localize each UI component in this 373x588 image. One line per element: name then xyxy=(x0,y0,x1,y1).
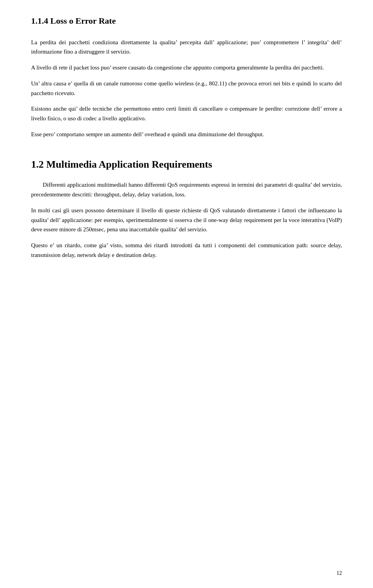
page-number: 12 xyxy=(336,570,342,576)
section-1-1-4-para-3: Un’ altra causa e’ quella di un canale r… xyxy=(31,79,342,98)
section-1-1-4-para-4: Esistono anche qui’ delle tecniche che p… xyxy=(31,104,342,123)
section-1-2-para-2: In molti casi gli users possono determin… xyxy=(31,206,342,234)
section-1-1-4-heading: 1.1.4 Loss o Error Rate xyxy=(31,16,342,27)
section-1-1-4-para-2: A livello di rete il packet loss puo’ es… xyxy=(31,63,342,73)
section-1-1-4-para-1: La perdita dei pacchetti condiziona dire… xyxy=(31,38,342,57)
section-1-2-para-1: Differenti applicazioni multimediali han… xyxy=(31,180,342,199)
section-1-2-para-3: Questo e’ un ritardo, come gia’ visto, s… xyxy=(31,241,342,260)
section-1-2-container: 1.2 Multimedia Application Requirements … xyxy=(31,158,342,260)
section-1-1-4-para-5: Esse pero’ comportano sempre un aumento … xyxy=(31,130,342,139)
section-1-2-heading: 1.2 Multimedia Application Requirements xyxy=(31,158,342,171)
page: 1.1.4 Loss o Error Rate La perdita dei p… xyxy=(0,0,373,588)
